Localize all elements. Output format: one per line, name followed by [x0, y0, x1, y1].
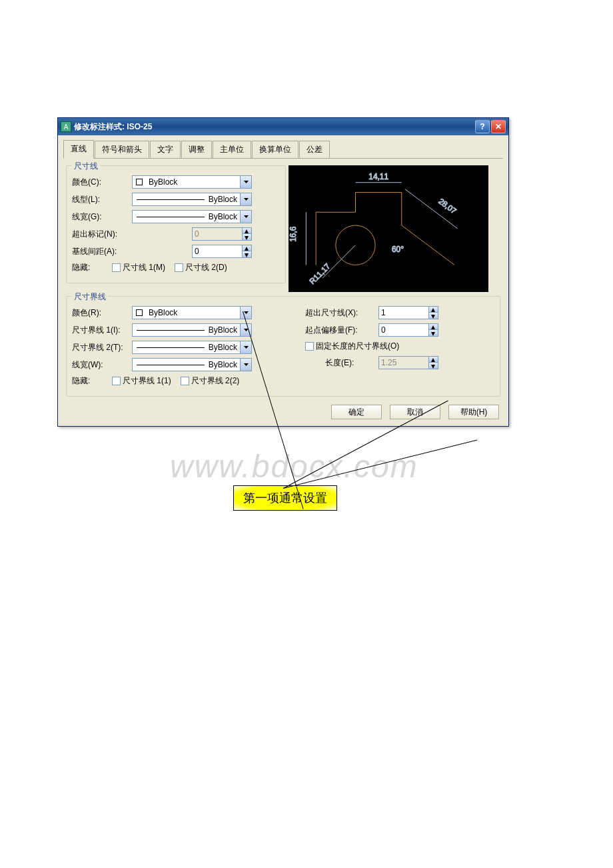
group-dimline-title: 尺寸线: [72, 161, 100, 172]
el-hide-label: 隐藏:: [72, 375, 112, 387]
dl-color-label: 颜色(C):: [72, 177, 132, 188]
dialog-body: 直线 符号和箭头 文字 调整 主单位 换算单位 公差 尺寸线 颜色(C):: [58, 135, 508, 426]
dialog: A 修改标注样式: ISO-25 ? ✕ 直线 符号和箭头 文字 调整 主单位 …: [57, 117, 509, 427]
group-dimline: 尺寸线 颜色(C): ByBlock 线型(L):: [66, 165, 286, 283]
line-sample-icon: [137, 199, 205, 200]
group-extline: 尺寸界线 颜色(R): ByBlock 尺寸界线 1(I):: [66, 296, 500, 397]
dimension-preview: 14,11 16,6 28,07 60° R11,17: [289, 165, 488, 292]
el-lweight-value: ByBlock: [209, 360, 240, 369]
el-offset-input[interactable]: [379, 324, 428, 336]
svg-text:16,6: 16,6: [289, 226, 298, 241]
tab-text[interactable]: 文字: [150, 141, 181, 158]
el-color-combo[interactable]: ByBlock: [132, 306, 252, 319]
el-lweight-combo[interactable]: ByBlock: [132, 358, 252, 371]
tab-strip: 直线 符号和箭头 文字 调整 主单位 换算单位 公差: [63, 139, 503, 159]
group-extline-title: 尺寸界线: [72, 291, 108, 303]
svg-line-11: [322, 245, 355, 278]
spin-down-icon: ▾: [429, 363, 438, 369]
el-beyond-spinner[interactable]: ▴▾: [378, 306, 438, 319]
svg-marker-16: [244, 363, 249, 366]
chevron-down-icon[interactable]: [240, 341, 251, 353]
dialog-title: 修改标注样式: ISO-25: [74, 121, 474, 133]
dl-extend-label: 超出标记(N):: [72, 229, 132, 240]
help-titlebar-button[interactable]: ?: [475, 120, 490, 133]
chevron-down-icon[interactable]: [240, 359, 251, 371]
dl-hide2-checkbox[interactable]: 尺寸线 2(D): [175, 262, 227, 273]
dl-lweight-combo[interactable]: ByBlock: [132, 210, 252, 223]
svg-text:60°: 60°: [392, 245, 404, 254]
el-fixed-checkbox[interactable]: 固定长度的尺寸界线(O): [305, 341, 399, 352]
line-sample-icon: [137, 365, 205, 365]
dl-ltype-combo[interactable]: ByBlock: [132, 193, 252, 206]
close-button[interactable]: ✕: [491, 120, 506, 133]
dl-lweight-label: 线宽(G):: [72, 211, 132, 223]
spin-down-icon[interactable]: ▾: [243, 251, 251, 257]
tab-panel-lines: 尺寸线 颜色(C): ByBlock 线型(L):: [63, 161, 503, 402]
el-offset-label: 起点偏移量(F):: [305, 325, 378, 336]
svg-marker-13: [244, 311, 249, 314]
svg-marker-15: [244, 346, 249, 349]
titlebar[interactable]: A 修改标注样式: ISO-25 ? ✕: [58, 118, 508, 135]
dl-hide-label: 隐藏:: [72, 262, 112, 273]
el-len-label: 长度(E):: [305, 357, 378, 369]
chevron-down-icon[interactable]: [240, 307, 251, 319]
svg-text:28,07: 28,07: [436, 197, 458, 216]
tab-alt[interactable]: 换算单位: [252, 141, 299, 158]
tab-arrows[interactable]: 符号和箭头: [95, 141, 149, 158]
dl-ltype-label: 线型(L):: [72, 194, 132, 205]
el-ext2-label: 尺寸界线 2(T):: [72, 342, 132, 353]
dl-extend-spinner: ▴▾: [192, 227, 252, 241]
svg-marker-1: [244, 198, 249, 201]
tab-tol[interactable]: 公差: [299, 141, 330, 158]
el-ext1-label: 尺寸界线 1(I):: [72, 325, 132, 336]
tab-primary[interactable]: 主单位: [213, 141, 251, 158]
annotation-callout: 第一项通常设置: [233, 485, 337, 511]
tab-fit[interactable]: 调整: [181, 141, 212, 158]
button-row: 确定 取消 帮助(H): [63, 402, 503, 419]
dl-spacing-input[interactable]: [193, 245, 242, 257]
svg-marker-0: [244, 181, 249, 183]
help-button[interactable]: 帮助(H): [448, 405, 499, 419]
svg-text:14,11: 14,11: [368, 172, 388, 181]
color-swatch-icon: [136, 179, 143, 185]
tab-lines[interactable]: 直线: [63, 140, 94, 159]
svg-text:R11,17: R11,17: [307, 261, 332, 286]
dl-color-combo[interactable]: ByBlock: [132, 175, 252, 189]
el-hide1-checkbox[interactable]: 尺寸界线 1(1): [112, 375, 171, 387]
spin-down-icon: ▾: [243, 234, 251, 240]
line-sample-icon: [137, 217, 205, 217]
chevron-down-icon[interactable]: [240, 193, 251, 205]
ok-button[interactable]: 确定: [331, 405, 382, 419]
dl-lweight-value: ByBlock: [209, 212, 240, 221]
svg-marker-2: [244, 215, 249, 218]
dl-extend-input: [193, 228, 242, 240]
el-beyond-input[interactable]: [379, 307, 428, 319]
el-offset-spinner[interactable]: ▴▾: [378, 323, 438, 337]
el-ext2-value: ByBlock: [209, 343, 240, 352]
dl-hide1-checkbox[interactable]: 尺寸线 1(M): [112, 262, 165, 273]
line-sample-icon: [137, 347, 205, 348]
el-len-input: [379, 357, 428, 369]
annotation-line: [283, 439, 477, 489]
color-swatch-icon: [136, 309, 143, 316]
spin-down-icon[interactable]: ▾: [429, 313, 438, 319]
el-hide2-checkbox[interactable]: 尺寸界线 2(2): [181, 375, 240, 387]
el-len-spinner: ▴▾: [378, 356, 438, 369]
chevron-down-icon[interactable]: [240, 211, 251, 223]
dl-spacing-label: 基线间距(A):: [72, 246, 132, 257]
app-icon: A: [61, 121, 71, 132]
dl-ltype-value: ByBlock: [209, 195, 240, 204]
chevron-down-icon[interactable]: [240, 176, 251, 188]
el-ext2-combo[interactable]: ByBlock: [132, 341, 252, 354]
el-color-value: ByBlock: [146, 308, 240, 317]
dl-spacing-spinner[interactable]: ▴▾: [192, 245, 252, 258]
el-beyond-label: 超出尺寸线(X):: [305, 307, 378, 319]
el-lweight-label: 线宽(W):: [72, 359, 132, 371]
el-ext1-value: ByBlock: [209, 325, 240, 335]
spin-down-icon[interactable]: ▾: [429, 330, 438, 336]
dl-color-value: ByBlock: [146, 177, 240, 187]
el-ext1-combo[interactable]: ByBlock: [132, 323, 252, 337]
line-sample-icon: [137, 330, 205, 331]
el-color-label: 颜色(R):: [72, 307, 132, 319]
